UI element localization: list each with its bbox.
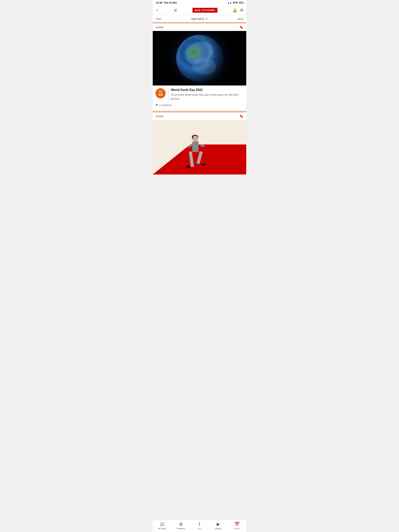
woman-image [153, 120, 246, 174]
article-info: Thu 22 World Earth Day 2021 As we mark W… [153, 85, 246, 102]
battery-percentage: 87% [233, 1, 238, 4]
heart-icon[interactable]: ❤ [155, 103, 158, 107]
bookmark-icon-2[interactable]: 🔖 [239, 114, 244, 118]
woman-leg-left [189, 151, 194, 167]
news-feed: Global 🔖 Thu 22 World Earth Day 2021 As … [153, 23, 246, 190]
month-selector[interactable]: April 2021 ▼ [191, 17, 208, 20]
woman-figure [182, 132, 209, 174]
status-bar: 11:34 Tue 21 Dec ▲ 87% [153, 0, 246, 5]
woman-leg-right [196, 151, 203, 164]
notification-bell-icon[interactable]: 🔔 [232, 8, 237, 13]
article-text: World Earth Day 2021 As we mark World Ea… [171, 88, 244, 101]
woman-body [184, 136, 207, 174]
earth-globe [176, 35, 223, 82]
card-category-label: Global [155, 26, 163, 29]
article-excerpt: As we mark World Earth Day, learn more a… [171, 93, 244, 101]
earth-image [153, 31, 246, 85]
search-button[interactable]: ☌ [174, 7, 178, 13]
woman-foot-right [201, 163, 205, 166]
bae-logo: BAE SYSTEMS [193, 8, 217, 13]
top-nav: ‹ ☌ BAE SYSTEMS 🔔 ⚙ [153, 5, 246, 15]
day-number: 22 [158, 93, 163, 96]
back-button[interactable]: ‹ [155, 7, 158, 13]
current-month-label: April 2021 [191, 17, 204, 20]
card-header-2: Global 🔖 [153, 112, 246, 120]
month-navigation: Prev April 2021 ▼ Next [153, 15, 246, 23]
woman-foot-left [186, 165, 190, 168]
card-category-label-2: Global [155, 115, 163, 118]
wifi-icon: ▲ [227, 1, 232, 4]
next-month-button[interactable]: Next [238, 17, 243, 20]
article-divider [168, 88, 168, 101]
battery-icon [239, 1, 243, 4]
settings-gear-icon[interactable]: ⚙ [240, 8, 244, 13]
woman-head [193, 136, 198, 142]
woman-arm-right [200, 144, 205, 147]
status-time: 11:34 [156, 1, 162, 4]
bookmark-icon[interactable]: 🔖 [239, 25, 244, 29]
reaction-count: 2 reactions [159, 104, 172, 107]
status-date: Tue 21 Dec [164, 1, 177, 4]
card-header: Global 🔖 [153, 23, 246, 31]
article-title: World Earth Day 2021 [171, 88, 244, 92]
reactions-row[interactable]: ❤ 2 reactions [153, 102, 246, 110]
earth-day-card[interactable]: Global 🔖 Thu 22 World Earth Day 2021 As … [153, 23, 246, 110]
date-badge: Thu 22 [155, 88, 166, 98]
month-dropdown-icon: ▼ [206, 18, 208, 20]
second-article-card[interactable]: Global 🔖 [153, 112, 246, 174]
day-name: Thu [159, 90, 163, 93]
prev-month-button[interactable]: Prev [156, 17, 161, 20]
